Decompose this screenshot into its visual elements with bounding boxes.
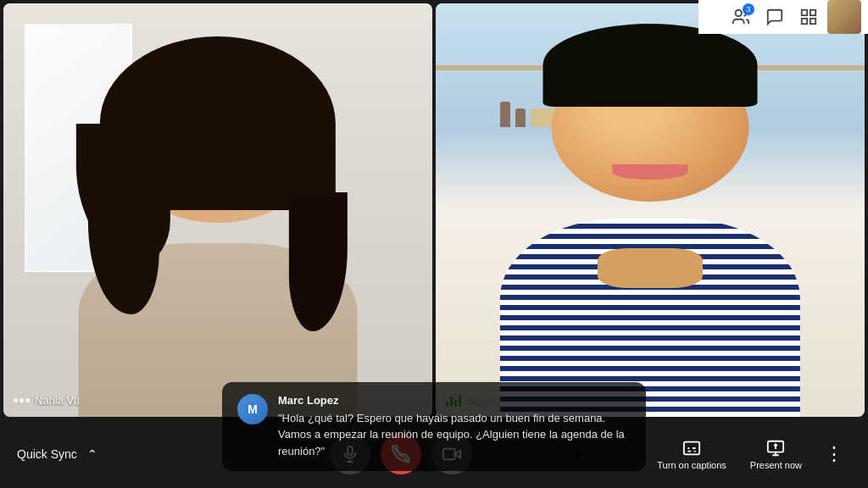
participants-badge: 3 xyxy=(743,3,754,15)
nahla-hair xyxy=(100,36,336,210)
svg-rect-2 xyxy=(810,10,815,15)
meeting-title-expand-button[interactable]: ⌃ xyxy=(84,446,101,463)
chevron-up-icon: ⌃ xyxy=(87,447,97,461)
present-label: Present now xyxy=(750,460,802,470)
marc-hair xyxy=(543,24,758,107)
captions-label: Turn on captions xyxy=(657,460,726,470)
participants-button[interactable]: 3 xyxy=(726,2,756,32)
more-icon: ⋮ xyxy=(825,443,843,465)
svg-rect-3 xyxy=(810,19,815,24)
svg-rect-4 xyxy=(802,19,807,24)
top-bar: 3 xyxy=(698,0,868,34)
svg-point-0 xyxy=(736,10,742,16)
meeting-title-area: Quick Sync ⌃ xyxy=(17,446,153,463)
nahla-name-label: Nahla Vu xyxy=(14,394,80,407)
video-tile-marc: Marc Lopez xyxy=(436,3,865,417)
video-grid: Nahla Vu xyxy=(0,0,868,420)
dot-3 xyxy=(25,398,30,402)
caption-text-block: Marc Lopez "Hola ¿qué tal? Espero que ha… xyxy=(278,394,631,460)
caption-speaker-name: Marc Lopez xyxy=(278,394,631,407)
self-avatar-thumb xyxy=(827,0,861,34)
svg-rect-1 xyxy=(802,10,807,15)
caption-text: "Hola ¿qué tal? Espero que hayáis pasado… xyxy=(278,410,631,460)
caption-avatar-initial: M xyxy=(248,402,258,416)
meeting-title: Quick Sync xyxy=(17,447,77,461)
controls-right: Turn on captions Present now ⋮ xyxy=(648,434,851,475)
caption-avatar: M xyxy=(237,394,268,424)
present-button[interactable]: Present now xyxy=(742,434,810,475)
chat-button[interactable] xyxy=(760,2,790,32)
dot-1 xyxy=(14,398,18,402)
caption-overlay: M Marc Lopez "Hola ¿qué tal? Espero que … xyxy=(222,382,646,472)
nahla-name: Nahla Vu xyxy=(35,394,80,407)
nahla-audio-indicator xyxy=(14,398,30,402)
captions-button[interactable]: Turn on captions xyxy=(648,434,735,475)
more-button[interactable]: ⋮ xyxy=(817,437,851,471)
svg-rect-11 xyxy=(684,441,699,454)
video-tile-nahla: Nahla Vu xyxy=(3,3,432,417)
dot-2 xyxy=(19,398,24,402)
activities-button[interactable] xyxy=(793,2,824,32)
